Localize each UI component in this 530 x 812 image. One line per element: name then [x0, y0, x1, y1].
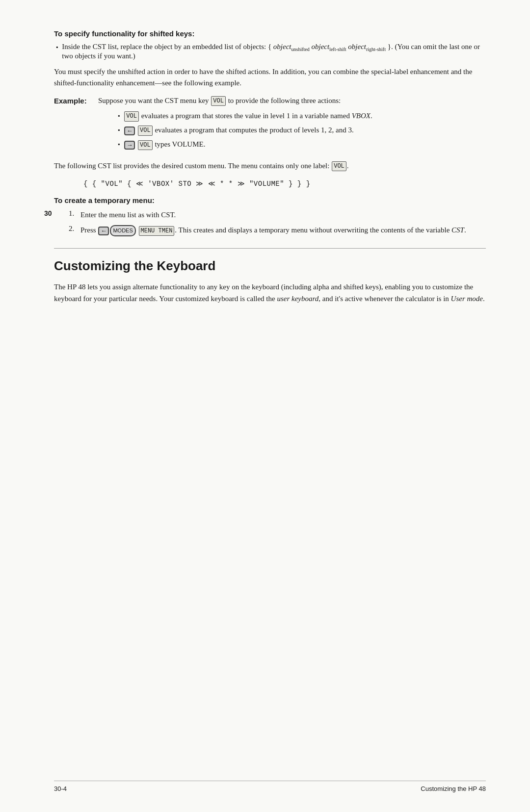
- temp-menu-steps: 1. Enter the menu list as with CST. 2. P…: [69, 209, 486, 236]
- body-text-shifted-keys: You must specify the unshifted action in…: [54, 66, 486, 89]
- step-2: 2. Press ←MODES MENU TMEN. This creates …: [69, 225, 486, 236]
- customizing-keyboard-body: The HP 48 lets you assign alternate func…: [54, 281, 486, 304]
- step-1: 1. Enter the menu list as with CST.: [69, 209, 486, 221]
- step-2-content: Press ←MODES MENU TMEN. This creates and…: [80, 225, 486, 236]
- left-arrow-key-b: ←: [124, 127, 135, 135]
- shifted-keys-bullets: Inside the CST list, replace the object …: [54, 43, 486, 60]
- example-bullets: VOL evaluates a program that stores the …: [118, 110, 486, 151]
- vol-key-b: VOL: [138, 126, 153, 136]
- example-intro-after: to provide the following three actions:: [226, 97, 341, 104]
- body-text-2: , and it's active whenever the calculato…: [318, 295, 450, 303]
- user-mode-italic: User mode: [451, 295, 483, 303]
- step-1-num: 1.: [69, 209, 80, 218]
- vol-key-label: VOL: [332, 161, 346, 172]
- body-text-3: .: [483, 295, 485, 303]
- example-bullet-b-text: ← VOL evaluates a program that computes …: [124, 125, 353, 136]
- cst-list-intro: The following CST list provides the desi…: [54, 160, 486, 172]
- example-intro: Suppose you want the CST menu key: [98, 97, 211, 104]
- code-block: { { "VOL" { ≪ 'VBOX' STO ≫ ≪ * * ≫ "VOLU…: [83, 178, 486, 189]
- example-bullet-b: ← VOL evaluates a program that computes …: [118, 125, 486, 136]
- step-2-num: 2.: [69, 225, 80, 233]
- main-section-title: Customizing the Keyboard: [54, 258, 486, 274]
- example-bullet-c-text: → VOL types VOLUME.: [124, 139, 205, 150]
- numbered-list-container: 30 1. Enter the menu list as with CST. 2…: [69, 209, 486, 236]
- step-2-left-arrow-key: ←: [98, 227, 109, 235]
- section-divider: [54, 248, 486, 249]
- example-block: Example: Suppose you want the CST menu k…: [54, 95, 486, 154]
- section-heading-shifted-keys: To specify functionality for shifted key…: [54, 29, 486, 38]
- example-bullet-c: → VOL types VOLUME.: [118, 139, 486, 150]
- footer-right: Customizing the HP 48: [421, 785, 486, 792]
- page-footer: 30-4 Customizing the HP 48: [54, 781, 486, 792]
- step-2-menu-tmen-key: MENU TMEN: [139, 226, 175, 236]
- section-heading-temp-menu: To create a temporary menu:: [54, 196, 486, 204]
- footer-left: 30-4: [54, 785, 67, 792]
- vol-key-example: VOL: [211, 96, 226, 106]
- user-keyboard-italic: user keyboard: [277, 295, 318, 303]
- line-number-30: 30: [44, 209, 52, 217]
- step-2-after: . This creates and displays a temporary …: [175, 226, 466, 234]
- step-2-press: Press: [80, 226, 98, 234]
- example-content: Suppose you want the CST menu key VOL to…: [98, 95, 486, 154]
- right-arrow-key-c: →: [124, 141, 135, 150]
- vol-key-c: VOL: [138, 140, 153, 151]
- bullet-item-1: Inside the CST list, replace the object …: [54, 43, 486, 60]
- vol-key-a: VOL: [124, 111, 139, 122]
- example-label: Example:: [54, 95, 98, 154]
- step-2-modes-key: MODES: [110, 225, 135, 236]
- example-bullet-a-text: VOL evaluates a program that stores the …: [124, 110, 372, 122]
- bullet-text-1: Inside the CST list, replace the object …: [62, 43, 486, 60]
- page: To specify functionality for shifted key…: [0, 0, 530, 812]
- example-bullet-a: VOL evaluates a program that stores the …: [118, 110, 486, 122]
- step-1-content: Enter the menu list as with CST.: [80, 209, 486, 221]
